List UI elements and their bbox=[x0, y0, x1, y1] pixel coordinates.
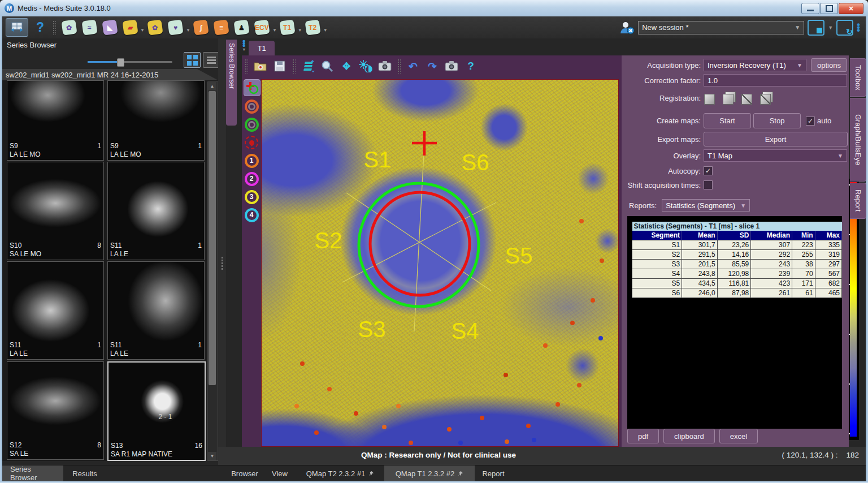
thumbnail-scrollbar[interactable]: ▲ ▼ bbox=[207, 81, 218, 461]
bottom-tab-browser[interactable]: Browser bbox=[226, 465, 263, 481]
scrollbar-thumb[interactable] bbox=[209, 91, 216, 385]
pill-tool-app-icon[interactable]: ▰ bbox=[120, 18, 140, 37]
options-button[interactable]: options bbox=[811, 58, 847, 72]
clipboard-button[interactable]: clipboard bbox=[663, 429, 715, 443]
slider-handle[interactable] bbox=[117, 58, 124, 67]
endo-contour-tool[interactable] bbox=[244, 98, 259, 114]
study-header-tab[interactable]: sw202_mrid1 sw202_mrid1 MR 24 16-12-2015 bbox=[2, 69, 218, 80]
pill-tool-dropdown-icon[interactable]: ▼ bbox=[140, 28, 145, 33]
thumbnail-s13-b[interactable]: 2 - 1S1316SA R1 MAP NATIVE bbox=[107, 361, 206, 461]
flow-4d-app-icon[interactable]: ◣ bbox=[100, 18, 119, 37]
pdf-button[interactable]: pdf bbox=[627, 429, 659, 443]
registration-none-button[interactable] bbox=[704, 91, 717, 105]
marker-1-tool[interactable]: 1 bbox=[244, 153, 259, 169]
overlay-dropdown[interactable]: T1 Map ▼ bbox=[704, 149, 847, 162]
close-button[interactable]: ✕ bbox=[839, 3, 863, 14]
bottom-tab-results[interactable]: Results bbox=[63, 465, 106, 481]
right-tab-toolbox[interactable]: Toolbox bbox=[850, 58, 866, 97]
t1-map-image[interactable]: S1S6S2S5S3S4 bbox=[261, 79, 619, 447]
panel-splitter[interactable] bbox=[218, 38, 226, 461]
marker-2-tool[interactable]: 2 bbox=[244, 171, 259, 187]
add-contour-tool[interactable] bbox=[244, 79, 261, 96]
stop-button[interactable]: Stop bbox=[753, 113, 801, 128]
thumbnail-s11[interactable]: S111LA LE bbox=[7, 261, 104, 360]
start-button[interactable]: Start bbox=[704, 113, 751, 128]
export-button[interactable]: Export bbox=[704, 132, 848, 146]
series-browser-side-tab[interactable]: Series Browser bbox=[226, 40, 237, 126]
thumbnail-s11-b[interactable]: S111LA LE bbox=[107, 261, 205, 360]
layout-panels-button[interactable] bbox=[6, 18, 28, 37]
t2-app-icon[interactable]: T2 bbox=[303, 18, 323, 37]
qmass-mr-app-icon[interactable]: ✿ bbox=[146, 18, 165, 37]
bottom-tab-series-browser[interactable]: Series Browser bbox=[2, 465, 63, 481]
redo-icon[interactable]: ↷ bbox=[424, 58, 441, 74]
heart-tool-app-icon[interactable]: ♥ bbox=[166, 18, 185, 37]
shift-acquisition-times-checkbox[interactable] bbox=[704, 180, 713, 189]
snapshot-secondary-button[interactable] bbox=[443, 58, 460, 74]
maximize-button[interactable] bbox=[820, 3, 838, 14]
save-layout-button[interactable] bbox=[808, 20, 824, 36]
save-button[interactable] bbox=[271, 58, 288, 74]
right-tab-report[interactable]: Report bbox=[850, 183, 866, 219]
acquisition-type-dropdown[interactable]: Inversion Recovery (T1) ▼ bbox=[704, 59, 806, 71]
scroll-up-icon[interactable]: ▲ bbox=[208, 82, 216, 90]
thumbnail-s9[interactable]: S91LA LE MO bbox=[7, 80, 104, 161]
table-cell: 171 bbox=[792, 279, 815, 288]
excel-button[interactable]: excel bbox=[719, 429, 758, 443]
bottom-tab-view[interactable]: View bbox=[263, 465, 296, 481]
correction-factor-input[interactable]: 1.0 bbox=[704, 74, 847, 87]
grid-view-button[interactable] bbox=[184, 52, 201, 68]
vessel-tool-app-icon[interactable]: ∫ bbox=[192, 18, 211, 37]
viewport-help-icon[interactable]: ? bbox=[462, 58, 479, 74]
qmass-app-icon[interactable]: ✿ bbox=[59, 18, 79, 37]
registration-stack-button[interactable] bbox=[722, 91, 736, 105]
toolbar-overflow-button[interactable]: ••• bbox=[857, 23, 860, 32]
t1-dropdown-icon[interactable]: ▼ bbox=[298, 28, 302, 33]
help-icon[interactable]: ? bbox=[36, 20, 44, 35]
thumbnail-s11-b[interactable]: S111LA LE bbox=[107, 162, 205, 260]
window-level-button[interactable] bbox=[357, 58, 374, 74]
series-number: S10 bbox=[10, 241, 21, 250]
reports-dropdown[interactable]: Statistics (Segments) ▼ bbox=[662, 199, 750, 212]
session-combobox[interactable]: New session * ▼ bbox=[638, 21, 804, 34]
table-cell: 246,0 bbox=[682, 288, 718, 298]
save-layout-dropdown-icon[interactable]: ▼ bbox=[828, 25, 833, 31]
minimize-button[interactable] bbox=[801, 3, 819, 14]
t2-dropdown-icon[interactable]: ▼ bbox=[323, 28, 328, 33]
snapshot-button[interactable] bbox=[376, 58, 393, 74]
undo-icon[interactable]: ↶ bbox=[405, 58, 422, 74]
user-tool-app-icon[interactable]: ♟ bbox=[232, 18, 251, 37]
thumbnail-s12[interactable]: S128SA LE bbox=[7, 361, 104, 460]
zoom-button[interactable] bbox=[319, 58, 336, 74]
blood-sample-tool[interactable] bbox=[244, 135, 259, 150]
ecv-app-icon[interactable]: ECV bbox=[253, 18, 272, 37]
thumbnail-size-slider[interactable] bbox=[88, 58, 172, 66]
right-tab-graph-bullseye[interactable]: Graph/BullsEye bbox=[850, 98, 866, 182]
list-view-button[interactable] bbox=[203, 52, 220, 68]
marker-4-tool[interactable]: 4 bbox=[244, 207, 259, 223]
epi-contour-tool[interactable] bbox=[244, 117, 259, 132]
heart-tool-dropdown-icon[interactable]: ▼ bbox=[186, 28, 190, 33]
qflow-app-icon[interactable]: ≈ bbox=[80, 18, 99, 37]
bottom-tab-qmap-t2-2-3-2-1[interactable]: QMap T2 2.3.2 #1 bbox=[296, 465, 384, 481]
autocopy-checkbox[interactable]: ✓ bbox=[704, 166, 713, 175]
thumbnail-s9-b[interactable]: S91LA LE MO bbox=[107, 80, 205, 161]
close-session-user-icon[interactable] bbox=[619, 21, 635, 34]
layers-button[interactable] bbox=[300, 58, 316, 74]
report-tool-app-icon[interactable]: ≡ bbox=[212, 18, 231, 37]
marker-3-tool[interactable]: 3 bbox=[244, 189, 259, 205]
open-study-button[interactable] bbox=[252, 58, 269, 74]
registration-stack-diagonal-button[interactable] bbox=[760, 91, 773, 105]
scroll-down-icon[interactable]: ▼ bbox=[208, 452, 216, 460]
t1-app-icon[interactable]: T1 bbox=[278, 18, 297, 37]
pan-icon[interactable]: ✥ bbox=[338, 58, 355, 74]
thumbnail-s10[interactable]: S108SA LE MO bbox=[7, 162, 104, 260]
tab-t1[interactable]: T1 bbox=[249, 41, 275, 55]
bottom-tab-report[interactable]: Report bbox=[475, 465, 512, 481]
auto-checkbox[interactable]: ✓ bbox=[806, 117, 815, 126]
viewport-menu-icon[interactable]: •••▾ bbox=[242, 40, 245, 51]
reset-layout-button[interactable]: ↻ bbox=[836, 20, 853, 36]
registration-diagonal-button[interactable] bbox=[741, 91, 754, 105]
ecv-dropdown-icon[interactable]: ▼ bbox=[272, 28, 277, 33]
bottom-tab-qmap-t1-2-3-2-2[interactable]: QMap T1 2.3.2 #2 bbox=[384, 465, 475, 481]
